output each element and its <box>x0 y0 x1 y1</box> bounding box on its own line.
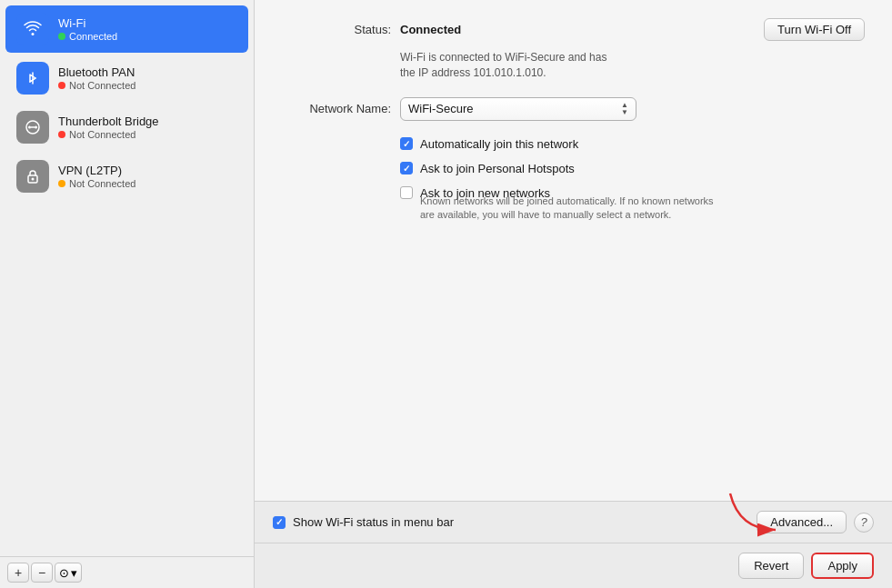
revert-button[interactable]: Revert <box>738 553 804 579</box>
checkboxes-section: Automatically join this network Ask to j… <box>400 137 865 223</box>
thunderbolt-item-name: Thunderbolt Bridge <box>58 115 159 128</box>
network-name-value: WiFi-Secure <box>408 102 474 115</box>
thunderbolt-icon <box>16 111 49 144</box>
bluetooth-item-name: Bluetooth PAN <box>58 65 135 79</box>
add-network-button[interactable]: + <box>7 563 29 583</box>
vpn-item-text: VPN (L2TP) Not Connected <box>58 164 135 189</box>
bottom-bar: Show Wi-Fi status in menu bar Advanced..… <box>255 501 892 543</box>
main-content: Status: Connected Turn Wi-Fi Off Wi-Fi i… <box>255 0 892 588</box>
vpn-status-dot <box>58 180 65 187</box>
show-wifi-checkbox[interactable] <box>273 516 286 529</box>
status-value: Connected <box>400 23 764 36</box>
sidebar-item-thunderbolt[interactable]: Thunderbolt Bridge Not Connected <box>5 104 248 151</box>
thunderbolt-item-status: Not Connected <box>58 129 159 140</box>
wifi-item-text: Wi-Fi Connected <box>58 16 117 42</box>
wifi-status-text: Connected <box>69 31 117 42</box>
personal-hotspots-checkbox[interactable] <box>400 162 413 174</box>
help-button[interactable]: ? <box>854 513 874 533</box>
stepper-down-icon: ▼ <box>621 109 628 116</box>
network-list: Wi-Fi Connected Bluetoot <box>0 0 254 556</box>
sidebar-item-vpn[interactable]: VPN (L2TP) Not Connected <box>5 153 248 200</box>
status-description-text: Wi-Fi is connected to WiFi-Secure and ha… <box>400 51 606 79</box>
network-stepper[interactable]: ▲ ▼ <box>621 102 628 116</box>
wifi-item-name: Wi-Fi <box>58 16 117 30</box>
turn-wifi-off-button[interactable]: Turn Wi-Fi Off <box>764 18 865 41</box>
show-wifi-row: Show Wi-Fi status in menu bar <box>273 515 454 529</box>
sidebar-item-bluetooth[interactable]: Bluetooth PAN Not Connected <box>5 55 248 102</box>
wifi-icon <box>16 13 49 45</box>
auto-join-row: Automatically join this network <box>400 137 865 151</box>
network-action-dropdown[interactable]: ⊙ ▾ <box>55 563 82 583</box>
status-label: Status: <box>282 23 391 36</box>
svg-point-1 <box>28 126 31 129</box>
status-description: Wi-Fi is connected to WiFi-Secure and ha… <box>400 50 865 81</box>
sidebar-toolbar: + − ⊙ ▾ <box>0 556 254 588</box>
sidebar: Wi-Fi Connected Bluetoot <box>0 0 255 588</box>
action-icon: ⊙ <box>59 566 69 580</box>
network-name-dropdown[interactable]: WiFi-Secure ▲ ▼ <box>400 97 636 121</box>
bluetooth-status-dot <box>58 82 65 89</box>
chevron-down-icon: ▾ <box>71 566 77 580</box>
thunderbolt-item-text: Thunderbolt Bridge Not Connected <box>58 115 159 140</box>
vpn-icon <box>16 160 49 193</box>
vpn-item-status: Not Connected <box>58 178 135 189</box>
status-row: Status: Connected Turn Wi-Fi Off <box>282 18 865 41</box>
bluetooth-status-text: Not Connected <box>69 80 135 91</box>
new-networks-section: Ask to join new networks Known networks … <box>400 186 865 223</box>
auto-join-checkbox[interactable] <box>400 137 413 150</box>
apply-button[interactable]: Apply <box>811 553 874 579</box>
show-wifi-label: Show Wi-Fi status in menu bar <box>293 515 454 529</box>
network-name-row: Network Name: WiFi-Secure ▲ ▼ <box>282 97 865 121</box>
vpn-status-text: Not Connected <box>69 178 135 189</box>
action-buttons-bar: Revert Apply <box>255 543 892 588</box>
network-name-label: Network Name: <box>282 102 391 115</box>
checkbox-note: Known networks will be joined automatica… <box>420 194 729 223</box>
advanced-button[interactable]: Advanced... <box>757 511 847 533</box>
bluetooth-icon <box>16 62 49 95</box>
new-networks-checkbox[interactable] <box>400 186 413 199</box>
bottom-buttons: Advanced... ? <box>757 511 874 533</box>
wifi-item-status: Connected <box>58 31 117 42</box>
personal-hotspots-row: Ask to join Personal Hotspots <box>400 162 865 175</box>
bluetooth-item-text: Bluetooth PAN Not Connected <box>58 65 135 91</box>
vpn-item-name: VPN (L2TP) <box>58 164 135 177</box>
sidebar-item-wifi[interactable]: Wi-Fi Connected <box>5 5 248 53</box>
content-panel: Status: Connected Turn Wi-Fi Off Wi-Fi i… <box>255 0 892 501</box>
wifi-status-dot <box>58 33 65 40</box>
personal-hotspots-label: Ask to join Personal Hotspots <box>420 162 575 175</box>
auto-join-label: Automatically join this network <box>420 137 578 151</box>
remove-network-button[interactable]: − <box>31 563 53 583</box>
bluetooth-item-status: Not Connected <box>58 80 135 91</box>
svg-point-2 <box>35 126 37 129</box>
thunderbolt-status-text: Not Connected <box>69 129 135 140</box>
svg-point-5 <box>32 178 35 181</box>
thunderbolt-status-dot <box>58 131 65 138</box>
